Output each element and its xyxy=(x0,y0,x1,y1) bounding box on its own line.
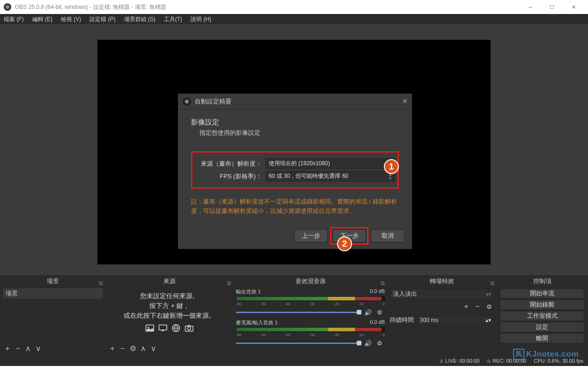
display-icon xyxy=(158,323,168,334)
image-icon xyxy=(145,323,154,334)
remove-scene-button[interactable]: − xyxy=(13,344,22,353)
globe-icon xyxy=(171,323,181,334)
menu-help[interactable]: 說明 (H) xyxy=(191,15,211,23)
svg-point-9 xyxy=(185,100,189,103)
live-dot-icon xyxy=(440,359,443,363)
fps-label: FPS (影格率)： xyxy=(195,172,265,181)
mixer-channel: 麥克風/輸入音效 10.0 dB -60-50-40-30-20-100 🔊 ⚙ xyxy=(236,319,385,348)
popout-icon[interactable]: ⧉ xyxy=(99,278,103,288)
speaker-icon[interactable]: 🔊 xyxy=(364,309,372,316)
chevron-updown-icon: ▴▾ xyxy=(485,317,491,323)
dialog-title: 自動設定精靈 xyxy=(195,97,231,106)
mixer-channel: 輸出音效 10.0 dB -60-50-40-30-20-100 🔊 ⚙ xyxy=(236,288,385,317)
duration-label: 持續時間 xyxy=(390,316,414,324)
remove-source-button[interactable]: − xyxy=(118,344,127,353)
transitions-panel: 轉場特效⧉ 淡入淡出▴▾ + − ⚙ 持續時間 300 ms▴▾ xyxy=(388,276,496,355)
resolution-label: 來源（畫布）解析度： xyxy=(195,160,265,168)
popout-icon[interactable]: ⧉ xyxy=(381,278,385,288)
settings-highlight-box: 來源（畫布）解析度： 使用現在的 (1920x1080)▴▾ FPS (影格率)… xyxy=(191,151,399,189)
status-bar: LIVE: 00:00:00 REC: 00:00:00 CPU: 0.6%, … xyxy=(0,356,588,366)
volume-slider[interactable] xyxy=(236,312,361,313)
channel-db: 0.0 dB xyxy=(370,288,385,295)
dock-panels: 場景⧉ 場景 + − ∧ ∨ 來源⧉ 您未設定任何來源。 按下方 + 鍵， 或在… xyxy=(0,275,588,356)
chevron-updown-icon: ▴▾ xyxy=(486,292,491,296)
exit-button[interactable]: 離開 xyxy=(500,333,584,344)
obs-icon xyxy=(4,3,11,11)
start-stream-button[interactable]: 開始串流 xyxy=(500,288,584,299)
gear-icon[interactable]: ⚙ xyxy=(484,301,494,312)
add-source-button[interactable]: + xyxy=(108,344,117,353)
popout-icon[interactable]: ⧉ xyxy=(490,278,494,288)
menu-profile[interactable]: 設定檔 (P) xyxy=(89,15,115,23)
annotation-badge-1: 1 xyxy=(384,159,399,174)
gear-icon[interactable]: ⚙ xyxy=(375,307,385,317)
channel-db: 0.0 dB xyxy=(370,319,385,326)
studio-mode-button[interactable]: 工作室模式 xyxy=(500,311,584,321)
source-up-button[interactable]: ∧ xyxy=(139,344,148,353)
scene-down-button[interactable]: ∨ xyxy=(34,344,43,353)
window-title: OBS 25.0.8 (64-bit, windows) - 設定檔: 無標題 … xyxy=(15,3,166,11)
mixer-title: 音效混音器 xyxy=(295,278,326,285)
speaker-icon[interactable]: 🔊 xyxy=(364,340,372,347)
channel-name: 輸出音效 1 xyxy=(236,288,261,295)
watermark-icon: 凤 xyxy=(513,349,524,360)
scene-item[interactable]: 場景 xyxy=(3,288,103,299)
window-titlebar: OBS 25.0.8 (64-bit, windows) - 設定檔: 無標題 … xyxy=(0,0,588,14)
obs-icon xyxy=(183,97,191,106)
resolution-select[interactable]: 使用現在的 (1920x1080)▴▾ xyxy=(265,158,395,169)
menu-tools[interactable]: 工具(T) xyxy=(164,15,182,23)
popout-icon[interactable]: ⧉ xyxy=(227,278,231,288)
transitions-title: 轉場特效 xyxy=(430,278,454,285)
menu-edit[interactable]: 編輯 (E) xyxy=(32,15,52,23)
add-scene-button[interactable]: + xyxy=(3,344,12,353)
controls-title: 控制項 xyxy=(533,278,551,285)
sources-title: 來源 xyxy=(163,278,176,285)
source-down-button[interactable]: ∨ xyxy=(149,344,158,353)
camera-icon xyxy=(184,323,194,334)
prev-button[interactable]: 上一步 xyxy=(294,229,328,242)
remove-transition-button[interactable]: − xyxy=(473,302,482,311)
dialog-heading: 影像設定 xyxy=(191,118,399,127)
source-settings-button[interactable]: ⚙ xyxy=(128,344,138,353)
meter-ticks: -60-50-40-30-20-100 xyxy=(236,333,385,337)
scene-up-button[interactable]: ∧ xyxy=(23,344,33,353)
close-icon[interactable]: × xyxy=(402,96,407,106)
meter-ticks: -60-50-40-30-20-100 xyxy=(236,302,385,306)
volume-meter xyxy=(236,327,385,332)
svg-rect-4 xyxy=(162,330,164,331)
sources-panel: 來源⧉ 您未設定任何來源。 按下方 + 鍵， 或在此按下右鍵新增一個來源。 + … xyxy=(106,276,233,355)
transition-select[interactable]: 淡入淡出▴▾ xyxy=(390,288,494,300)
cancel-button[interactable]: 取消 xyxy=(371,229,404,242)
live-status: LIVE: 00:00:00 xyxy=(445,358,479,364)
svg-point-0 xyxy=(6,5,9,9)
maximize-button[interactable]: ☐ xyxy=(541,0,563,14)
controls-panel: 控制項 開始串流 開始錄製 工作室模式 設定 離開 xyxy=(497,276,587,355)
watermark: 凤 KJnotes.com xyxy=(513,349,579,360)
dialog-note: 註：畫布（來源）解析度並不一定與串流或錄影相同。實際的串流 / 錄影解析度，可以… xyxy=(191,197,399,215)
close-button[interactable]: ✕ xyxy=(563,0,584,14)
auto-config-wizard-dialog: 自動設定精靈 × 影像設定 指定想使用的影像設定 來源（畫布）解析度： 使用現在… xyxy=(178,94,412,249)
svg-rect-3 xyxy=(159,325,167,330)
menu-scene-collection[interactable]: 場景群組 (S) xyxy=(124,15,155,23)
gear-icon[interactable]: ⚙ xyxy=(375,338,385,348)
volume-slider[interactable] xyxy=(236,343,361,344)
dialog-subheading: 指定想使用的影像設定 xyxy=(199,129,399,137)
menu-bar: 檔案 (F) 編輯 (E) 檢視 (V) 設定檔 (P) 場景群組 (S) 工具… xyxy=(0,14,588,24)
svg-point-2 xyxy=(147,327,149,328)
minimize-button[interactable]: ─ xyxy=(520,0,541,14)
volume-meter xyxy=(236,296,385,301)
menu-view[interactable]: 檢視 (V) xyxy=(61,15,81,23)
settings-button[interactable]: 設定 xyxy=(500,322,584,332)
scenes-title: 場景 xyxy=(47,278,59,285)
mixer-panel: 音效混音器⧉ 輸出音效 10.0 dB -60-50-40-30-20-100 … xyxy=(234,276,387,355)
start-record-button[interactable]: 開始錄製 xyxy=(500,300,584,310)
duration-input[interactable]: 300 ms▴▾ xyxy=(417,315,494,325)
channel-name: 麥克風/輸入音效 1 xyxy=(236,319,278,326)
add-transition-button[interactable]: + xyxy=(462,302,471,311)
fps-select[interactable]: 60 或 30，但可能時優先選擇 60▴▾ xyxy=(265,171,395,182)
svg-point-7 xyxy=(188,327,191,330)
annotation-badge-2: 2 xyxy=(337,236,352,251)
menu-file[interactable]: 檔案 (F) xyxy=(4,15,24,23)
sources-hint: 您未設定任何來源。 按下方 + 鍵， 或在此按下右鍵新增一個來源。 xyxy=(108,288,231,321)
scenes-panel: 場景⧉ 場景 + − ∧ ∨ xyxy=(1,276,105,355)
